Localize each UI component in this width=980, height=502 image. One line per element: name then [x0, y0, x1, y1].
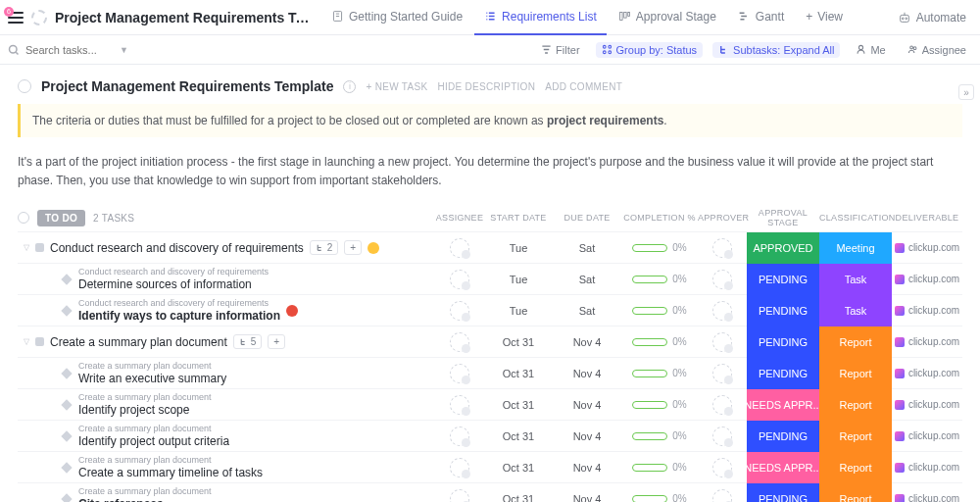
approver-cell[interactable] — [698, 427, 747, 446]
class-tag[interactable]: Report — [819, 358, 892, 389]
start-date-cell[interactable]: Tue — [484, 242, 553, 254]
chevron-down-icon[interactable]: ▼ — [120, 45, 128, 55]
task-row[interactable]: Conduct research and discovery of requir… — [18, 294, 962, 326]
due-date-cell[interactable]: Sat — [553, 305, 621, 317]
doc-checkbox[interactable] — [18, 79, 31, 93]
page-title[interactable]: Project Management Requirements Te... — [55, 10, 310, 25]
add-comment-button[interactable]: ADD COMMENT — [545, 81, 622, 92]
assignee-cell[interactable] — [435, 270, 484, 289]
stage-tag[interactable]: PENDING — [747, 264, 819, 295]
task-row[interactable]: ▽Conduct research and discovery of requi… — [18, 231, 962, 263]
groupby-button[interactable]: Group by: Status — [596, 42, 704, 58]
assignee-cell[interactable] — [435, 301, 484, 321]
start-date-cell[interactable]: Oct 31 — [484, 430, 553, 442]
info-icon[interactable]: i — [343, 80, 356, 93]
completion-cell[interactable]: 0% — [621, 430, 698, 441]
class-tag[interactable]: Task — [819, 264, 892, 295]
task-row[interactable]: Create a summary plan documentIdentify p… — [18, 420, 962, 451]
due-date-cell[interactable]: Nov 4 — [553, 336, 621, 348]
search-input[interactable]: ▼ — [8, 44, 128, 56]
deliverable-cell[interactable]: clickup.com — [892, 399, 962, 410]
task-row[interactable]: Create a summary plan documentCite refer… — [18, 482, 962, 502]
priority-flag[interactable] — [286, 305, 298, 317]
assignee-cell[interactable] — [435, 489, 484, 502]
start-date-cell[interactable]: Oct 31 — [484, 493, 553, 502]
deliverable-cell[interactable]: clickup.com — [892, 336, 962, 347]
start-date-cell[interactable]: Oct 31 — [484, 462, 553, 474]
add-subtask[interactable]: + — [268, 334, 285, 349]
due-date-cell[interactable]: Nov 4 — [553, 368, 621, 379]
status-square[interactable] — [35, 337, 44, 346]
due-date-cell[interactable]: Sat — [553, 274, 621, 285]
deliverable-cell[interactable]: clickup.com — [892, 493, 962, 502]
tab-approval-stage[interactable]: Approval Stage — [609, 0, 726, 35]
stage-tag[interactable]: PENDING — [747, 326, 819, 358]
group-checkbox[interactable] — [18, 212, 29, 224]
stage-tag[interactable]: PENDING — [747, 421, 819, 452]
due-date-cell[interactable]: Nov 4 — [553, 493, 621, 502]
tab-gantt[interactable]: Gantt — [728, 0, 794, 35]
status-diamond[interactable] — [61, 430, 72, 441]
assignee-cell[interactable] — [435, 427, 484, 446]
tab-add-view[interactable]: +View — [796, 0, 853, 35]
due-date-cell[interactable]: Sat — [553, 242, 621, 254]
task-row[interactable]: Create a summary plan documentWrite an e… — [18, 357, 962, 388]
task-row[interactable]: ▽Create a summary plan document5+ Oct 31… — [18, 326, 962, 357]
subtask-badge[interactable]: 2 — [310, 240, 339, 255]
stage-tag[interactable]: APPROVED — [747, 232, 819, 264]
subtask-badge[interactable]: 5 — [233, 334, 263, 349]
class-tag[interactable]: Meeting — [819, 232, 892, 264]
deliverable-cell[interactable]: clickup.com — [892, 430, 962, 441]
me-button[interactable]: Me — [850, 42, 891, 58]
stage-tag[interactable]: PENDING — [747, 295, 819, 326]
add-subtask[interactable]: + — [344, 240, 362, 255]
completion-cell[interactable]: 0% — [621, 399, 698, 410]
class-tag[interactable]: Report — [819, 483, 892, 502]
tab-getting-started[interactable]: Getting Started Guide — [321, 0, 472, 35]
approver-cell[interactable] — [698, 301, 747, 321]
assignee-cell[interactable] — [435, 364, 484, 383]
assignee-button[interactable]: Assignee — [902, 42, 972, 58]
class-tag[interactable]: Task — [819, 295, 892, 326]
expand-icon[interactable]: ▽ — [24, 337, 29, 346]
completion-cell[interactable]: 0% — [621, 336, 698, 347]
status-diamond[interactable] — [61, 493, 72, 502]
start-date-cell[interactable]: Oct 31 — [484, 368, 553, 379]
stage-tag[interactable]: PENDING — [747, 483, 819, 502]
stage-tag[interactable]: NEEDS APPR... — [747, 389, 819, 421]
collapse-icon[interactable]: » — [958, 84, 974, 100]
priority-flag[interactable] — [368, 242, 379, 254]
completion-cell[interactable]: 0% — [621, 242, 698, 253]
stage-tag[interactable]: PENDING — [747, 358, 819, 389]
start-date-cell[interactable]: Oct 31 — [484, 336, 553, 348]
deliverable-cell[interactable]: clickup.com — [892, 368, 962, 378]
tab-requirements-list[interactable]: Requirements List — [474, 0, 607, 35]
completion-cell[interactable]: 0% — [621, 305, 698, 316]
stage-tag[interactable]: NEEDS APPR... — [747, 452, 819, 483]
assignee-cell[interactable] — [435, 395, 484, 415]
status-pill[interactable]: TO DO — [37, 210, 85, 226]
workspace-icon[interactable] — [31, 10, 47, 25]
status-diamond[interactable] — [61, 305, 72, 316]
approver-cell[interactable] — [698, 364, 747, 383]
completion-cell[interactable]: 0% — [621, 368, 698, 378]
filter-button[interactable]: Filter — [535, 42, 585, 58]
start-date-cell[interactable]: Tue — [484, 305, 553, 317]
hide-description-button[interactable]: HIDE DESCRIPTION — [437, 81, 535, 92]
due-date-cell[interactable]: Nov 4 — [553, 430, 621, 442]
assignee-cell[interactable] — [435, 332, 484, 352]
completion-cell[interactable]: 0% — [621, 493, 698, 502]
task-row[interactable]: Create a summary plan documentCreate a s… — [18, 451, 962, 482]
approver-cell[interactable] — [698, 238, 747, 258]
completion-cell[interactable]: 0% — [621, 274, 698, 284]
start-date-cell[interactable]: Tue — [484, 274, 553, 285]
approver-cell[interactable] — [698, 489, 747, 502]
approver-cell[interactable] — [698, 270, 747, 289]
assignee-cell[interactable] — [435, 238, 484, 258]
status-square[interactable] — [35, 243, 44, 252]
automate-button[interactable]: Automate — [892, 11, 972, 25]
class-tag[interactable]: Report — [819, 326, 892, 358]
start-date-cell[interactable]: Oct 31 — [484, 399, 553, 411]
status-diamond[interactable] — [61, 399, 72, 410]
status-diamond[interactable] — [61, 368, 72, 378]
